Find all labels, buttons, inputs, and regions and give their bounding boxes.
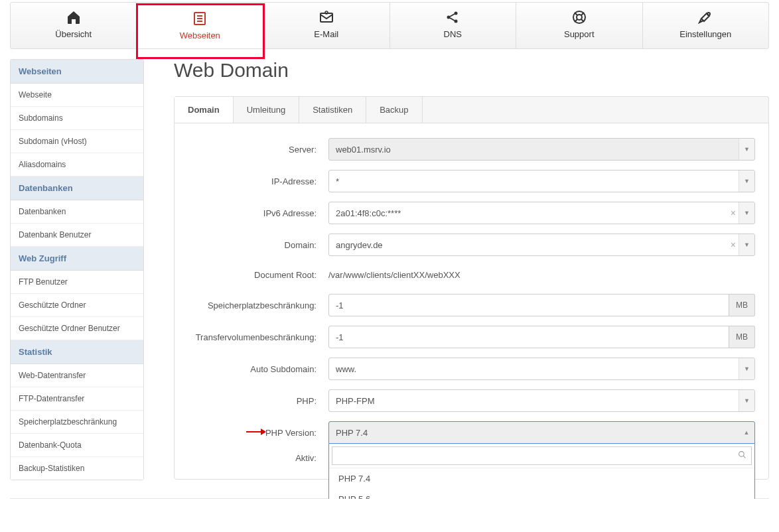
value-docroot: /var/www/clients/clientXX/webXXX	[328, 265, 755, 285]
addon-traffic-unit: MB	[729, 326, 755, 348]
dropdown-option[interactable]: PHP 7.4	[329, 468, 754, 489]
tools-icon	[643, 9, 769, 27]
sidebar-header: Web Zugriff	[11, 247, 143, 271]
label-docroot: Document Root:	[188, 270, 328, 280]
select-ipv6[interactable]: 2a01:4f8:c0c:**** × ▼	[328, 202, 755, 224]
tab-backup[interactable]: Backup	[366, 97, 422, 123]
sidebar-item[interactable]: Subdomain (vHost)	[11, 130, 143, 153]
topnav-label: DNS	[444, 29, 462, 39]
label-server: Server:	[188, 145, 328, 155]
topnav-item-einstellungen[interactable]: Einstellungen	[643, 3, 769, 48]
tab-domain[interactable]: Domain	[175, 97, 234, 123]
sidebar-item[interactable]: Backup-Statistiken	[11, 457, 143, 480]
file-icon	[137, 11, 263, 28]
page-title: Web Domain	[174, 59, 769, 82]
main-content: Web Domain DomainUmleitungStatistikenBac…	[144, 59, 769, 480]
svg-line-10	[450, 18, 455, 21]
label-autosub: Auto Subdomain:	[188, 364, 328, 374]
tab-statistiken[interactable]: Statistiken	[299, 97, 366, 123]
svg-line-13	[575, 13, 577, 15]
share-icon	[390, 9, 516, 27]
select-php[interactable]: PHP-FPM ▼	[328, 389, 755, 412]
svg-line-15	[575, 19, 577, 22]
svg-line-16	[581, 19, 584, 22]
select-phpver-value: PHP 7.4	[336, 428, 368, 438]
sidebar-item[interactable]: Datenbank Benutzer	[11, 224, 143, 247]
select-php-value: PHP-FPM	[336, 396, 375, 406]
sidebar-item[interactable]: FTP-Datentransfer	[11, 387, 143, 411]
select-ip[interactable]: * ▼	[328, 170, 755, 192]
select-phpver[interactable]: PHP 7.4 ▲	[328, 421, 755, 444]
svg-line-9	[450, 14, 455, 17]
topnav-label: E-Mail	[314, 29, 338, 39]
tab-bar: DomainUmleitungStatistikenBackup	[174, 96, 769, 123]
search-icon	[738, 450, 746, 461]
select-domain[interactable]: angrydev.de × ▼	[328, 233, 755, 256]
dropdown-phpver: PHP 7.4PHP 5.6PHP 7.2PHP 7.3PHP 8.0	[328, 444, 755, 499]
top-navigation: ÜbersichtWebseitenE-MailDNSSupportEinste…	[10, 2, 769, 49]
sidebar-item[interactable]: Webseite	[11, 84, 143, 107]
clear-icon[interactable]: ×	[731, 234, 736, 255]
svg-rect-4	[320, 13, 332, 22]
sidebar-header: Webseiten	[11, 60, 143, 84]
sidebar: WebseitenWebseiteSubdomainsSubdomain (vH…	[10, 59, 144, 480]
sidebar-header: Statistik	[11, 340, 143, 364]
topnav-item-übersicht[interactable]: Übersicht	[11, 3, 137, 48]
sidebar-item[interactable]: Datenbank-Quota	[11, 434, 143, 457]
label-ip: IP-Adresse:	[188, 176, 328, 186]
input-quota[interactable]	[328, 294, 729, 316]
caret-icon: ▼	[739, 139, 754, 160]
dropdown-search-input[interactable]	[332, 446, 752, 465]
sidebar-item[interactable]: Speicherplatzbeschränkung	[11, 411, 143, 434]
caret-icon: ▼	[739, 234, 754, 255]
sidebar-item[interactable]: Datenbanken	[11, 200, 143, 224]
addon-quota-unit: MB	[729, 294, 755, 316]
select-ipv6-value: 2a01:4f8:c0c:****	[336, 208, 401, 218]
tab-umleitung[interactable]: Umleitung	[234, 97, 300, 123]
sidebar-item[interactable]: Aliasdomains	[11, 153, 143, 176]
label-quota: Speicherplatzbeschränkung:	[188, 300, 328, 310]
form-panel: Server: web01.msrv.io ▼ IP-Adresse: * ▼	[174, 123, 769, 480]
label-php: PHP:	[188, 396, 328, 406]
label-phpver: PHP Version:	[188, 428, 328, 438]
input-traffic[interactable]	[328, 326, 729, 348]
select-autosub[interactable]: www. ▼	[328, 358, 755, 380]
sidebar-header: Datenbanken	[11, 176, 143, 200]
mail-icon	[263, 9, 390, 27]
select-autosub-value: www.	[336, 364, 356, 374]
label-traffic: Transfervolumenbeschränkung:	[188, 332, 328, 342]
svg-point-18	[739, 452, 744, 457]
topnav-label: Support	[564, 29, 595, 39]
sidebar-item[interactable]: FTP Benutzer	[11, 271, 143, 294]
sidebar-item[interactable]: Subdomains	[11, 107, 143, 130]
clear-icon[interactable]: ×	[731, 202, 736, 224]
label-domain: Domain:	[188, 240, 328, 250]
lifebuoy-icon	[516, 9, 642, 27]
select-domain-value: angrydev.de	[336, 240, 383, 250]
topnav-label: Übersicht	[55, 29, 92, 39]
topnav-item-e-mail[interactable]: E-Mail	[263, 3, 390, 48]
svg-line-14	[581, 13, 584, 15]
caret-icon: ▼	[739, 170, 754, 192]
label-active: Aktiv:	[188, 453, 328, 463]
sidebar-item[interactable]: Geschützte Ordner Benutzer	[11, 317, 143, 340]
select-server[interactable]: web01.msrv.io ▼	[328, 138, 755, 161]
sidebar-item[interactable]: Geschützte Ordner	[11, 294, 143, 317]
topnav-item-support[interactable]: Support	[516, 3, 643, 48]
caret-icon: ▼	[739, 358, 754, 379]
svg-line-19	[743, 456, 745, 458]
caret-icon: ▼	[739, 202, 754, 224]
svg-point-17	[707, 13, 710, 15]
caret-icon: ▼	[739, 390, 754, 411]
caret-up-icon: ▲	[739, 422, 754, 443]
topnav-label: Webseiten	[180, 31, 220, 40]
label-ipv6: IPv6 Adresse:	[188, 208, 328, 218]
select-ip-value: *	[336, 176, 339, 186]
home-icon	[11, 9, 137, 27]
dropdown-option[interactable]: PHP 5.6	[329, 489, 754, 499]
topnav-item-webseiten[interactable]: Webseiten	[137, 3, 264, 48]
svg-point-12	[577, 15, 582, 20]
topnav-item-dns[interactable]: DNS	[390, 3, 517, 48]
select-server-value: web01.msrv.io	[336, 145, 391, 155]
sidebar-item[interactable]: Web-Datentransfer	[11, 364, 143, 387]
